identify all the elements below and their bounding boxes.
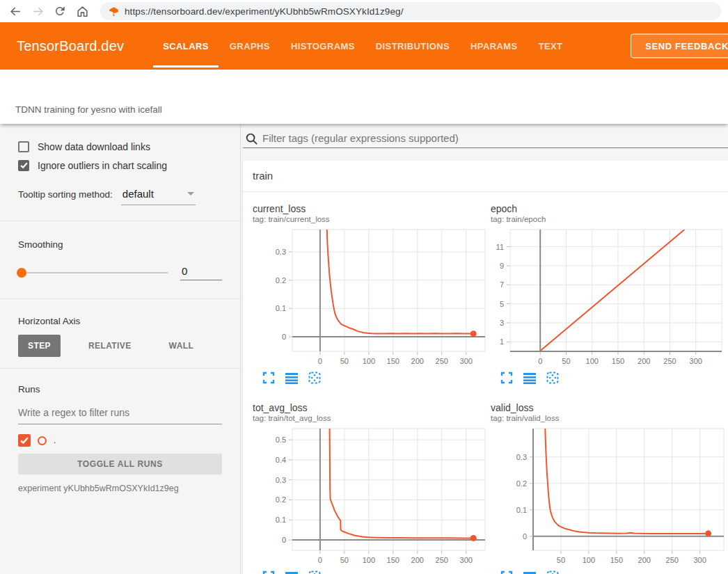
svg-text:300: 300 (460, 357, 473, 365)
experiment-subheader: TDNN training for yesno with icefall (0, 70, 728, 124)
tab-scalars[interactable]: SCALARS (161, 22, 210, 70)
axis-step-button[interactable]: STEP (18, 335, 61, 357)
back-icon[interactable] (7, 3, 24, 19)
expand-chart-icon[interactable] (500, 372, 513, 384)
tooltip-sorting-label: Tooltip sorting method: (18, 189, 113, 200)
run-checkbox-checked-icon[interactable] (18, 434, 31, 447)
expand-chart-icon[interactable] (500, 571, 513, 574)
chart-card: current_loss tag: train/current_loss 050… (253, 203, 487, 384)
fit-domain-icon[interactable] (308, 372, 321, 384)
url-text: https://tensorboard.dev/experiment/yKUbh… (125, 6, 404, 17)
checkbox-unchecked-icon[interactable] (18, 141, 29, 152)
reload-icon[interactable] (52, 3, 68, 19)
tooltip-sorting-select[interactable]: default (121, 188, 196, 205)
experiment-id-caption: experiment yKUbhb5wRmOSXYkId1z9eg (18, 484, 222, 493)
chart-tag: tag: train/current_loss (253, 214, 487, 224)
checkbox-checked-icon[interactable] (18, 160, 29, 171)
svg-text:0.3: 0.3 (276, 476, 286, 484)
svg-text:150: 150 (387, 357, 399, 365)
smoothing-slider[interactable] (18, 272, 168, 273)
svg-text:0.5: 0.5 (276, 436, 286, 444)
svg-text:300: 300 (690, 357, 702, 365)
run-list-item[interactable]: . (18, 434, 222, 447)
chart-title: epoch (491, 203, 725, 214)
svg-text:250: 250 (436, 556, 448, 564)
nav-tabs: SCALARS GRAPHS HISTOGRAMS DISTRIBUTIONS … (161, 22, 564, 70)
chart-title: tot_avg_loss (253, 402, 487, 413)
svg-text:250: 250 (663, 357, 676, 365)
tooltip-sorting-value: default (122, 188, 154, 200)
show-download-links-checkbox-row[interactable]: Show data download links (18, 141, 222, 152)
tab-text[interactable]: TEXT (537, 22, 564, 70)
svg-text:9: 9 (500, 262, 504, 270)
tag-group-header[interactable]: train (243, 161, 728, 192)
svg-text:0: 0 (523, 532, 527, 541)
svg-text:0: 0 (282, 333, 286, 341)
tab-graphs[interactable]: GRAPHS (228, 22, 271, 70)
app-header: TensorBoard.dev SCALARS GRAPHS HISTOGRAM… (0, 22, 728, 70)
chevron-down-icon (187, 192, 194, 196)
svg-text:50: 50 (562, 357, 570, 365)
tag-filter-input[interactable] (262, 132, 728, 148)
chart-actions (491, 372, 725, 384)
axis-wall-button[interactable]: WALL (159, 335, 204, 357)
chart-plot[interactable]: 0501001502002503001357911 (491, 227, 725, 366)
svg-text:0.2: 0.2 (516, 479, 527, 488)
log-scale-icon[interactable] (523, 372, 536, 384)
svg-text:0.3: 0.3 (276, 248, 286, 256)
brand-title: TensorBoard.dev (17, 38, 124, 54)
send-feedback-button[interactable]: SEND FEEDBACK (631, 34, 728, 58)
browser-toolbar: https://tensorboard.dev/experiment/yKUbh… (0, 0, 728, 22)
address-bar[interactable]: https://tensorboard.dev/experiment/yKUbh… (100, 2, 721, 20)
chart-tag: tag: train/epoch (491, 214, 725, 224)
chart-tag: tag: train/tot_avg_loss (253, 413, 487, 423)
runs-filter-input[interactable] (18, 404, 222, 424)
log-scale-icon[interactable] (285, 372, 298, 384)
svg-text:100: 100 (583, 556, 595, 564)
svg-text:200: 200 (411, 357, 424, 365)
svg-text:250: 250 (436, 357, 448, 365)
svg-text:200: 200 (411, 556, 424, 564)
tab-distributions[interactable]: DISTRIBUTIONS (374, 22, 451, 70)
forward-icon[interactable] (29, 3, 46, 19)
svg-text:0.2: 0.2 (276, 276, 286, 285)
chart-card: epoch tag: train/epoch 05010015020025030… (491, 203, 725, 384)
chart-actions (253, 372, 487, 384)
show-download-links-label: Show data download links (38, 141, 150, 152)
chart-plot[interactable]: 05010015020025030000.10.20.3 (253, 227, 487, 366)
tab-hparams[interactable]: HPARAMS (469, 22, 519, 70)
fit-domain-icon[interactable] (546, 571, 559, 574)
slider-knob[interactable] (17, 268, 26, 278)
svg-text:0.4: 0.4 (276, 456, 286, 464)
svg-text:250: 250 (666, 556, 679, 564)
ignore-outliers-checkbox-row[interactable]: Ignore outliers in chart scaling (18, 160, 222, 171)
settings-sidebar: Show data download links Ignore outliers… (0, 124, 241, 574)
chart-plot[interactable]: 5010015020025030000.10.20.3 (491, 426, 725, 565)
expand-chart-icon[interactable] (262, 571, 275, 574)
svg-text:0: 0 (282, 536, 286, 544)
toggle-all-runs-button[interactable]: TOGGLE ALL RUNS (18, 454, 222, 475)
smoothing-value-field[interactable]: 0 (180, 265, 222, 280)
svg-text:0: 0 (318, 556, 322, 564)
expand-chart-icon[interactable] (262, 372, 275, 384)
home-icon[interactable] (74, 3, 90, 19)
svg-text:150: 150 (612, 357, 624, 365)
svg-text:0.1: 0.1 (276, 304, 286, 312)
tab-histograms[interactable]: HISTOGRAMS (290, 22, 356, 70)
svg-text:0: 0 (538, 357, 542, 365)
log-scale-icon[interactable] (285, 571, 298, 574)
chart-title: current_loss (253, 203, 487, 214)
tag-filter-row (243, 124, 728, 148)
fit-domain-icon[interactable] (546, 372, 559, 384)
fit-domain-icon[interactable] (308, 571, 321, 574)
chart-title: valid_loss (491, 402, 725, 413)
log-scale-icon[interactable] (523, 571, 536, 574)
chart-plot[interactable]: 05010015020025030000.10.20.30.40.5 (253, 426, 487, 565)
axis-relative-button[interactable]: RELATIVE (79, 335, 141, 357)
horizontal-axis-label: Horizontal Axis (18, 316, 222, 326)
svg-text:150: 150 (610, 556, 623, 564)
smoothing-label: Smoothing (18, 239, 222, 250)
svg-text:100: 100 (586, 357, 599, 365)
svg-text:0.2: 0.2 (276, 495, 286, 504)
svg-text:7: 7 (500, 280, 504, 289)
